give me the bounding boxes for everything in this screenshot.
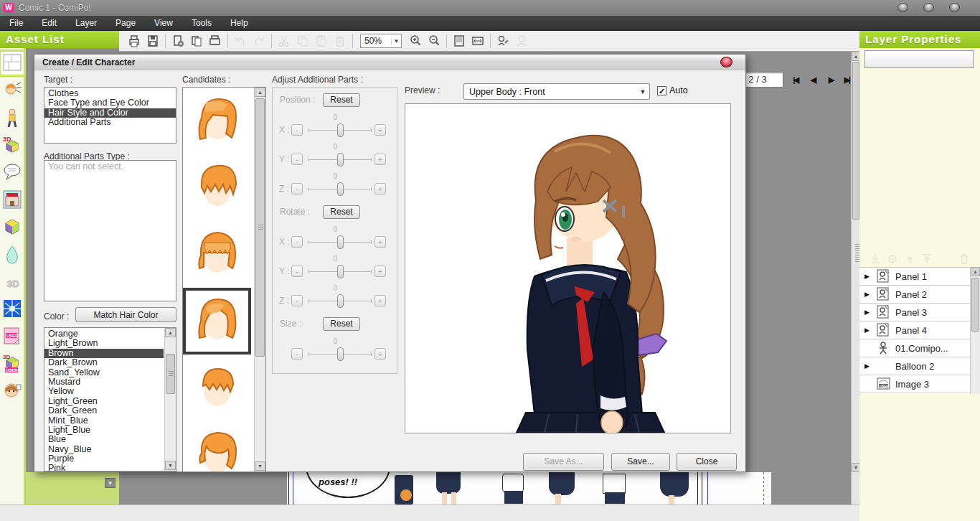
hair-style-candidate[interactable]	[183, 421, 251, 472]
color-item[interactable]: Mustard	[44, 377, 164, 387]
zoom-in-icon[interactable]	[407, 33, 424, 49]
image-effect-icon[interactable]	[1, 298, 23, 319]
close-button[interactable]	[949, 3, 960, 12]
scrollbar-thumb[interactable]	[166, 354, 175, 394]
save-button[interactable]: Save...	[611, 453, 670, 471]
reset-button[interactable]: Reset	[323, 93, 360, 107]
menu-view[interactable]: View	[145, 16, 182, 31]
expander-icon[interactable]: ▶	[864, 362, 870, 370]
auto-checkbox[interactable]: ✓ Auto	[657, 85, 688, 95]
save-as-button[interactable]: Save As...	[523, 453, 604, 471]
hair-style-candidate[interactable]	[183, 221, 251, 288]
print-setup-icon[interactable]	[207, 33, 224, 49]
menu-file[interactable]: File	[0, 16, 32, 31]
expander-icon[interactable]: ▶	[864, 327, 870, 334]
layer-row[interactable]: ▶ Panel 3	[859, 304, 970, 321]
layer-list-scrollbar[interactable]: ▲	[970, 267, 980, 394]
target-item[interactable]: Additional Parts	[44, 118, 176, 127]
expander-icon[interactable]: ▶	[864, 309, 870, 316]
scroll-up-icon[interactable]: ▲	[971, 267, 980, 276]
last-page-button[interactable]: |▶	[842, 73, 851, 86]
scroll-down-icon[interactable]: ▼	[255, 461, 265, 471]
user-3d-icon[interactable]: 3DUSER	[1, 352, 23, 374]
color-item[interactable]: Pink	[44, 464, 164, 471]
asset-scroll-down-button[interactable]: ▼	[105, 478, 116, 488]
fit-width-icon[interactable]	[469, 33, 486, 49]
target-item[interactable]: Clothes	[44, 89, 176, 98]
hair-style-candidate[interactable]	[183, 154, 251, 221]
color-item[interactable]: Brown	[44, 349, 164, 358]
zoom-out-icon[interactable]	[425, 33, 443, 49]
color-item[interactable]: Navy_Blue	[44, 445, 164, 454]
dialog-title-bar[interactable]: Create / Edit Character	[34, 55, 745, 70]
layer-row[interactable]: ▶ Panel 4	[859, 321, 970, 339]
prev-page-button[interactable]: ◀	[806, 73, 821, 86]
character-pose-icon[interactable]	[1, 107, 23, 128]
menu-edit[interactable]: Edit	[32, 16, 66, 31]
balloon-icon[interactable]	[1, 161, 23, 183]
color-item[interactable]: Light_Blue	[44, 426, 164, 435]
background-icon[interactable]	[1, 189, 23, 210]
item-icon[interactable]	[1, 216, 23, 238]
color-item[interactable]: Mint_Blue	[44, 416, 164, 426]
scroll-up-icon[interactable]: ▲	[255, 88, 265, 97]
color-list-scrollbar[interactable]: ▲ ▼	[164, 328, 176, 471]
hair-style-candidate[interactable]	[183, 355, 251, 421]
new-page-icon[interactable]	[169, 33, 187, 49]
color-item[interactable]: Light_Green	[44, 397, 164, 406]
character-edit-icon[interactable]	[494, 33, 512, 49]
fit-page-icon[interactable]	[451, 33, 468, 49]
color-item[interactable]: Dark_Brown	[44, 358, 164, 367]
target-item[interactable]: Hair Style and Color	[44, 108, 176, 118]
dialog-close-button[interactable]	[720, 57, 732, 67]
color-item[interactable]: Sand_Yellow	[44, 368, 164, 377]
layer-row[interactable]: 01.Comipo...	[859, 339, 970, 357]
layer-row[interactable]: USER Image 3	[859, 375, 970, 393]
layer-row[interactable]: ▶ Panel 1	[859, 268, 970, 286]
maximize-button[interactable]	[923, 3, 934, 12]
expander-icon[interactable]: ▶	[864, 273, 870, 280]
candidates-listbox[interactable]: ▲ ▼	[182, 87, 266, 472]
3d-item-icon[interactable]: 3D	[1, 134, 23, 156]
scrollbar-thumb[interactable]	[971, 278, 979, 332]
scrollbar-thumb[interactable]	[852, 62, 859, 220]
reset-button[interactable]: Reset	[323, 317, 360, 331]
user-image-icon[interactable]: USER	[1, 325, 23, 347]
layer-row[interactable]: ▶ Panel 2	[859, 286, 970, 304]
target-item[interactable]: Face Type and Eye Color	[44, 98, 176, 108]
candidates-scrollbar[interactable]: ▲ ▼	[254, 88, 265, 471]
zoom-level-select[interactable]: 50%▼	[360, 34, 402, 48]
character-speech-icon[interactable]	[1, 80, 23, 101]
scroll-up-icon[interactable]: ▲	[165, 328, 176, 337]
menu-layer[interactable]: Layer	[66, 16, 106, 31]
minimize-button[interactable]	[897, 3, 908, 12]
color-listbox[interactable]: ▲ ▼ OrangeLight_BrownBrownDark_BrownSand…	[44, 327, 176, 471]
page-list-icon[interactable]	[188, 33, 205, 49]
character-face-icon[interactable]	[1, 380, 23, 401]
color-item[interactable]: Yellow	[44, 387, 164, 396]
scrollbar-thumb[interactable]	[255, 98, 265, 357]
3d-disabled-icon[interactable]: 3D	[1, 271, 23, 292]
print-icon[interactable]	[126, 33, 143, 49]
hair-style-candidate[interactable]	[183, 288, 251, 355]
next-page-button[interactable]: ▶	[824, 73, 839, 86]
color-item[interactable]: Orange	[44, 329, 164, 339]
layer-row[interactable]: ▶ Balloon 2	[859, 357, 970, 375]
additional-parts-type-listbox[interactable]: You can not select.	[44, 160, 176, 301]
color-item[interactable]: Blue	[44, 435, 164, 444]
save-icon[interactable]	[144, 33, 161, 49]
color-item[interactable]: Dark_Green	[44, 406, 164, 416]
preview-mode-select[interactable]: Upper Body : Front ▼	[463, 83, 650, 100]
expander-icon[interactable]: ▶	[864, 291, 870, 298]
hair-style-candidate[interactable]	[183, 88, 251, 154]
reset-button[interactable]: Reset	[323, 205, 360, 219]
effect-drop-icon[interactable]	[1, 243, 23, 265]
scroll-down-icon[interactable]: ▼	[165, 461, 176, 470]
canvas-vertical-scrollbar[interactable]: ▲ ▼	[851, 52, 859, 504]
close-dialog-button[interactable]: Close	[677, 453, 737, 471]
first-page-button[interactable]: ◀|	[786, 73, 802, 86]
menu-page[interactable]: Page	[106, 16, 145, 31]
color-item[interactable]: Light_Brown	[44, 339, 164, 348]
panel-layout-icon[interactable]	[1, 52, 23, 74]
match-hair-color-button[interactable]: Match Hair Color	[75, 307, 176, 322]
